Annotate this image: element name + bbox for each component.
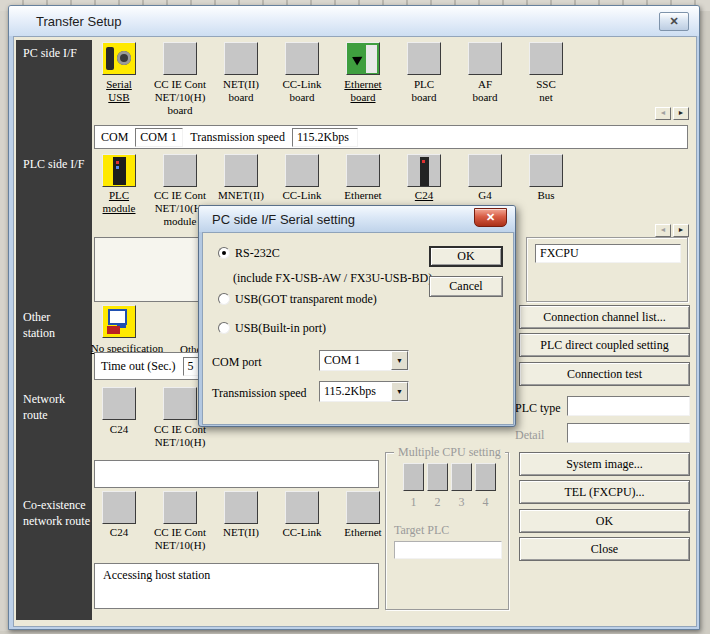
transfer-setup-window: Transfer Setup ✕ PC side I/F PLC side I/…	[8, 5, 700, 630]
mnetii-module-icon[interactable]	[224, 154, 258, 187]
ssc-net-icon[interactable]	[529, 42, 563, 75]
dialog-speed-label: Transmission speed	[212, 386, 307, 400]
transmission-speed-field: 115.2Kbps	[292, 128, 358, 147]
sidebar-label-network-route: Network route	[23, 392, 65, 423]
cc-link-module-icon[interactable]	[285, 154, 319, 187]
target-plc-field	[394, 541, 502, 559]
af-board-icon[interactable]	[468, 42, 502, 75]
section-sidebar: PC side I/F PLC side I/F Other station N…	[16, 40, 92, 620]
cpu-type-field: FXCPU	[535, 244, 681, 263]
com-settings-bar: COM COM 1 Transmission speed 115.2Kbps	[94, 125, 688, 149]
timeout-label: Time out (Sec.)	[101, 359, 176, 374]
accessing-host-station-box: Accessing host station	[94, 563, 379, 609]
c24-icon[interactable]	[407, 154, 441, 187]
tel-fxcpu-button[interactable]: TEL (FXCPU)...	[519, 480, 690, 504]
rs232c-radio-label[interactable]: RS-232C	[235, 246, 280, 260]
bus-icon[interactable]	[529, 154, 563, 187]
sidebar-label-plc-side: PLC side I/F	[23, 157, 84, 173]
com-label: COM	[101, 130, 128, 145]
dialog-title: PC side I/F Serial setting	[212, 212, 355, 227]
cpu-slot-number: 2	[427, 495, 448, 510]
cpu-slot-number: 1	[403, 495, 424, 510]
cpu-slot-1	[403, 463, 424, 491]
cc-link-board-icon[interactable]	[285, 42, 319, 75]
ethernet-board-icon[interactable]	[346, 42, 380, 75]
netii-board-icon[interactable]	[224, 42, 258, 75]
plc-board-icon[interactable]	[407, 42, 441, 75]
dialog-body: RS-232C (include FX-USB-AW / FX3U-USB-BD…	[202, 232, 514, 425]
detail-label: Detail	[515, 428, 544, 442]
dialog-close-button[interactable]: ✕	[474, 208, 507, 227]
rs232c-note: (include FX-USB-AW / FX3U-USB-BD)	[233, 271, 432, 285]
coexist-ethernet-icon[interactable]	[346, 491, 380, 524]
dialog-titlebar[interactable]: PC side I/F Serial setting	[199, 206, 515, 232]
ok-button[interactable]: OK	[519, 509, 690, 533]
cc-ie-cont-board-icon[interactable]	[163, 42, 197, 75]
network-c24-icon[interactable]	[102, 387, 136, 420]
system-image-button[interactable]: System image...	[519, 452, 690, 476]
plc-scroll-left-icon[interactable]: ◄	[655, 224, 671, 237]
network-cc-ie-cont-icon[interactable]	[163, 387, 197, 420]
network-route-field	[94, 460, 379, 488]
pc-scroll-right-icon[interactable]: ►	[673, 107, 689, 120]
close-button[interactable]: Close	[519, 537, 690, 561]
accessing-host-station-text: Accessing host station	[95, 564, 378, 587]
coexist-cc-link-icon[interactable]	[285, 491, 319, 524]
cpu-slot-number: 3	[451, 495, 472, 510]
multiple-cpu-setting-title: Multiple CPU setting	[394, 445, 505, 459]
coexist-c24-icon[interactable]	[102, 491, 136, 524]
g4-module-icon[interactable]	[468, 154, 502, 187]
com-port-label: COM port	[212, 355, 262, 369]
sidebar-label-coexistence: Co-existence network route	[23, 498, 90, 529]
cpu-slot-3	[451, 463, 472, 491]
multiple-cpu-setting-group: Multiple CPU setting 1 2 3 4 Target PLC	[385, 452, 509, 610]
window-title: Transfer Setup	[36, 14, 122, 29]
usb-got-radio-label[interactable]: USB(GOT transparent mode)	[235, 292, 377, 306]
window-titlebar[interactable]: Transfer Setup	[9, 6, 699, 36]
sidebar-label-pc-side: PC side I/F	[23, 46, 77, 62]
window-close-button[interactable]: ✕	[659, 12, 689, 31]
serial-setting-dialog: PC side I/F Serial setting ✕ RS-232C (in…	[198, 205, 516, 427]
coexist-cc-ie-cont-icon[interactable]	[163, 491, 197, 524]
transmission-speed-select[interactable]: 115.2Kbps ▼	[319, 381, 409, 402]
no-specification-icon[interactable]	[102, 305, 136, 338]
chevron-down-icon[interactable]: ▼	[391, 351, 408, 370]
rs232c-radio[interactable]	[218, 247, 230, 259]
pc-scroll-left-icon[interactable]: ◄	[655, 107, 671, 120]
detail-field	[567, 423, 690, 443]
serial-usb-icon[interactable]	[102, 42, 136, 75]
cpu-slot-4	[475, 463, 496, 491]
sidebar-label-other-station: Other station	[23, 310, 55, 341]
coexist-netii-icon[interactable]	[224, 491, 258, 524]
plc-scroll-right-icon[interactable]: ►	[673, 224, 689, 237]
plc-direct-coupled-setting-button[interactable]: PLC direct coupled setting	[519, 333, 690, 357]
com-value-field: COM 1	[135, 128, 183, 147]
usb-builtin-radio-label[interactable]: USB(Built-in port)	[235, 321, 326, 335]
cpu-type-groupbox: FXCPU	[526, 237, 688, 302]
connection-channel-list-button[interactable]: Connection channel list...	[519, 305, 690, 329]
dialog-cancel-button[interactable]: Cancel	[429, 276, 503, 297]
cpu-slot-number: 4	[475, 495, 496, 510]
plc-type-field	[567, 396, 690, 416]
plc-type-label: PLC type	[515, 401, 561, 415]
pc-item-label[interactable]: SSC net	[510, 78, 582, 104]
chevron-down-icon[interactable]: ▼	[391, 382, 408, 401]
target-plc-label: Target PLC	[394, 523, 449, 537]
plc-module-icon[interactable]	[102, 154, 136, 187]
com-port-value: COM 1	[320, 351, 391, 370]
dialog-ok-button[interactable]: OK	[429, 246, 503, 267]
window-client-area: PC side I/F PLC side I/F Other station N…	[13, 36, 697, 627]
cpu-slot-2	[427, 463, 448, 491]
usb-got-radio[interactable]	[218, 293, 230, 305]
ethernet-module-icon[interactable]	[346, 154, 380, 187]
cc-ie-cont-module-icon[interactable]	[163, 154, 197, 187]
usb-builtin-radio[interactable]	[218, 322, 230, 334]
com-port-select[interactable]: COM 1 ▼	[319, 350, 409, 371]
connection-test-button[interactable]: Connection test	[519, 362, 690, 386]
plc-item-label[interactable]: Bus	[510, 189, 582, 202]
transmission-speed-label: Transmission speed	[190, 130, 285, 145]
transmission-speed-value: 115.2Kbps	[320, 382, 391, 401]
